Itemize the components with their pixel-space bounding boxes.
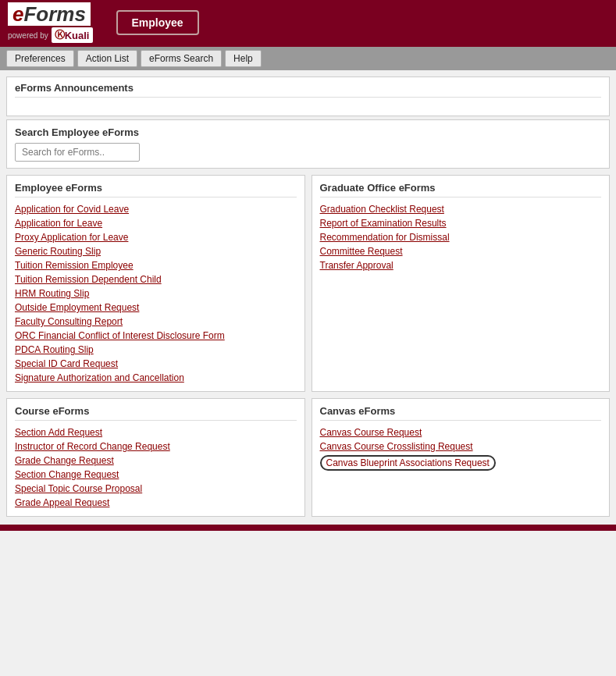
graduate-eform-link-3[interactable]: Committee Request [320,244,602,258]
employee-eform-link-5[interactable]: Tuition Remission Dependent Child [15,272,297,286]
canvas-eform-link-0[interactable]: Canvas Course Request [320,425,602,439]
graduate-eforms-title: Graduate Office eForms [320,182,602,197]
eforms-logo: eForms [8,2,91,27]
employee-eform-link-12[interactable]: Signature Authorization and Cancellation [15,371,297,385]
graduate-eform-link-4[interactable]: Transfer Approval [320,258,602,272]
employee-badge[interactable]: Employee [116,10,199,35]
course-eform-link-0[interactable]: Section Add Request [15,425,297,439]
course-eform-link-2[interactable]: Grade Change Request [15,454,297,468]
nav-btn-action-list[interactable]: Action List [77,50,137,67]
graduate-eform-link-1[interactable]: Report of Examination Results [320,216,602,230]
employee-eform-link-2[interactable]: Proxy Application for Leave [15,230,297,244]
course-eforms-box: Course eForms Section Add RequestInstruc… [6,398,305,517]
graduate-eforms-box: Graduate Office eForms Graduation Checkl… [312,175,611,392]
canvas-eform-link-1[interactable]: Canvas Course Crosslisting Request [320,439,602,454]
announcements-content [15,97,601,111]
graduate-eform-link-0[interactable]: Graduation Checklist Request [320,202,602,216]
course-eform-link-5[interactable]: Grade Appeal Request [15,496,297,510]
course-eform-link-3[interactable]: Section Change Request [15,468,297,482]
employee-eform-link-7[interactable]: Outside Employment Request [15,301,297,315]
course-eforms-links: Section Add RequestInstructor of Record … [15,425,297,510]
kuali-logo: Ⓚ Kuali [52,27,93,43]
canvas-eform-link-2[interactable]: Canvas Blueprint Associations Request [320,454,602,472]
course-eform-link-1[interactable]: Instructor of Record Change Request [15,439,297,454]
employee-eform-link-1[interactable]: Application for Leave [15,216,297,230]
search-title: Search Employee eForms [15,126,601,138]
employee-eforms-links: Application for Covid LeaveApplication f… [15,202,297,385]
forms-grid: Employee eForms Application for Covid Le… [6,175,610,517]
employee-eform-link-3[interactable]: Generic Routing Slip [15,244,297,258]
search-section: Search Employee eForms [6,119,610,169]
nav-btn-help[interactable]: Help [225,50,262,67]
logo-area: eForms powered by Ⓚ Kuali [8,2,93,44]
employee-eform-link-8[interactable]: Faculty Consulting Report [15,315,297,329]
kuali-text: Kuali [65,30,90,41]
canvas-eforms-title: Canvas eForms [320,405,602,421]
nav-btn-preferences[interactable]: Preferences [6,50,74,67]
graduate-eforms-links: Graduation Checklist RequestReport of Ex… [320,202,602,272]
kuali-icon: Ⓚ [55,28,65,42]
powered-by-text: powered by Ⓚ Kuali [8,27,93,43]
employee-eforms-box: Employee eForms Application for Covid Le… [6,175,305,392]
bottom-bar [0,525,616,531]
employee-eform-link-9[interactable]: ORC Financial Conflict of Interest Discl… [15,329,297,343]
graduate-eform-link-2[interactable]: Recommendation for Dismissal [320,230,602,244]
employee-eform-link-6[interactable]: HRM Routing Slip [15,286,297,301]
employee-eform-link-11[interactable]: Special ID Card Request [15,357,297,371]
employee-eform-link-4[interactable]: Tuition Remission Employee [15,258,297,272]
header: eForms powered by Ⓚ Kuali Employee [0,0,616,45]
course-eform-link-4[interactable]: Special Topic Course Proposal [15,482,297,496]
navbar: PreferencesAction ListeForms SearchHelp [0,45,616,70]
nav-btn-eforms-search[interactable]: eForms Search [141,50,222,67]
employee-eform-link-0[interactable]: Application for Covid Leave [15,202,297,216]
canvas-eforms-box: Canvas eForms Canvas Course RequestCanva… [312,398,611,517]
employee-eforms-title: Employee eForms [15,182,297,197]
employee-eform-link-10[interactable]: PDCA Routing Slip [15,343,297,357]
announcements-section: eForms Announcements [6,76,610,116]
canvas-eforms-links: Canvas Course RequestCanvas Course Cross… [320,425,602,472]
announcements-title: eForms Announcements [15,82,601,94]
search-input[interactable] [15,143,140,162]
course-eforms-title: Course eForms [15,405,297,421]
